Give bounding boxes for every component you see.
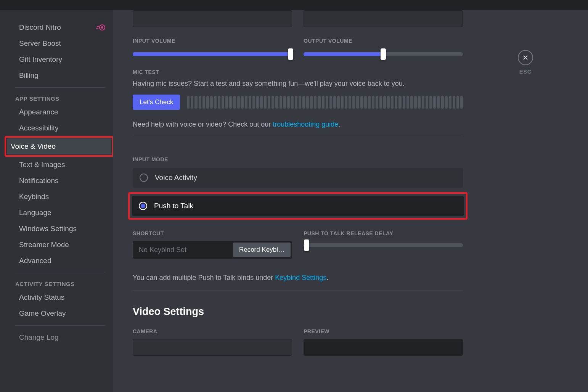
nitro-icon — [96, 24, 105, 31]
close-button[interactable] — [518, 50, 533, 65]
video-preview — [304, 339, 463, 356]
shortcut-label: SHORTCUT — [133, 230, 292, 236]
sidebar-item-language[interactable]: Language — [15, 205, 109, 221]
sidebar-item-label: Streamer Mode — [19, 241, 69, 249]
sidebar-item-label: Keybinds — [19, 193, 49, 201]
mic-meter — [187, 96, 463, 109]
sidebar-item-activity-status[interactable]: Activity Status — [15, 289, 109, 305]
output-device-select[interactable] — [304, 10, 463, 27]
sidebar-item-text-images[interactable]: Text & Images — [15, 157, 109, 173]
divider — [15, 87, 105, 88]
sidebar-header-app: APP SETTINGS — [15, 92, 109, 104]
sidebar-item-gift-inventory[interactable]: Gift Inventory — [15, 51, 109, 67]
sidebar-header-activity: ACTIVITY SETTINGS — [15, 277, 109, 289]
ptt-delay-label: PUSH TO TALK RELEASE DELAY — [304, 230, 463, 236]
input-mode-label: INPUT MODE — [133, 156, 463, 162]
sidebar-item-label: Billing — [19, 71, 39, 80]
sidebar-item-label: Language — [19, 209, 51, 217]
sidebar-item-accessibility[interactable]: Accessibility — [15, 120, 109, 136]
sidebar-item-windows-settings[interactable]: Windows Settings — [15, 221, 109, 237]
esc-label: ESC — [519, 68, 532, 75]
sidebar-item-server-boost[interactable]: Server Boost — [15, 35, 109, 51]
mic-test-button[interactable]: Let's Check — [133, 95, 180, 110]
preview-label: PREVIEW — [304, 328, 463, 334]
sidebar-item-label: Game Overlay — [19, 309, 66, 318]
sidebar-item-label: Notifications — [19, 177, 59, 185]
mic-test-label: MIC TEST — [133, 69, 463, 75]
sidebar-item-label: Appearance — [19, 108, 58, 116]
radio-icon — [140, 174, 148, 182]
keybind-hint: You can add multiple Push to Talk binds … — [133, 274, 463, 282]
sidebar-item-label: Windows Settings — [19, 225, 77, 233]
camera-label: CAMERA — [133, 328, 292, 334]
sidebar-item-label: Discord Nitro — [19, 23, 61, 32]
divider — [15, 273, 105, 273]
sidebar-item-label: Change Log — [19, 333, 59, 342]
record-keybind-button[interactable]: Record Keybi… — [233, 243, 291, 257]
radio-label: Voice Activity — [155, 174, 197, 182]
sidebar-item-appearance[interactable]: Appearance — [15, 104, 109, 120]
divider — [133, 137, 463, 137]
settings-sidebar: Discord Nitro Server Boost Gift Inventor… — [0, 10, 113, 392]
highlight-voice-video: Voice & Video — [5, 136, 113, 157]
keybind-placeholder: No Keybind Set — [134, 246, 233, 254]
sidebar-item-label: Activity Status — [19, 293, 64, 302]
settings-content: INPUT VOLUME OUTPUT VOLUME MIC TEST — [133, 10, 463, 392]
sidebar-item-nitro[interactable]: Discord Nitro — [15, 19, 109, 35]
close-icon — [522, 54, 529, 61]
divider — [15, 325, 105, 326]
sidebar-item-streamer-mode[interactable]: Streamer Mode — [15, 237, 109, 253]
svg-point-1 — [101, 26, 103, 29]
input-volume-label: INPUT VOLUME — [133, 38, 292, 44]
sidebar-item-label: Accessibility — [19, 124, 58, 132]
sidebar-item-label: Server Boost — [19, 39, 61, 48]
sidebar-item-changelog[interactable]: Change Log — [15, 329, 109, 345]
radio-voice-activity[interactable]: Voice Activity — [133, 168, 463, 188]
sidebar-item-label: Text & Images — [19, 161, 65, 169]
sidebar-item-billing[interactable]: Billing — [15, 67, 109, 84]
sidebar-item-game-overlay[interactable]: Game Overlay — [15, 305, 109, 321]
radio-icon — [139, 202, 147, 210]
camera-select[interactable] — [133, 339, 292, 356]
troubleshooting-link[interactable]: troubleshooting guide — [273, 120, 338, 128]
highlight-push-to-talk: Push to Talk — [128, 192, 468, 220]
keybind-input[interactable]: No Keybind Set Record Keybi… — [133, 241, 292, 259]
sidebar-item-notifications[interactable]: Notifications — [15, 173, 109, 189]
sidebar-item-label: Gift Inventory — [19, 55, 62, 64]
sidebar-item-voice-video[interactable]: Voice & Video — [7, 138, 111, 154]
input-volume-slider[interactable] — [133, 52, 292, 56]
output-volume-slider[interactable] — [304, 52, 463, 56]
output-volume-label: OUTPUT VOLUME — [304, 38, 463, 44]
sidebar-item-label: Advanced — [19, 257, 51, 265]
keybind-settings-link[interactable]: Keybind Settings — [275, 274, 326, 281]
radio-label: Push to Talk — [154, 202, 193, 210]
divider — [133, 290, 463, 291]
sidebar-item-keybinds[interactable]: Keybinds — [15, 189, 109, 205]
sidebar-item-label: Voice & Video — [11, 142, 56, 151]
help-text: Need help with voice or video? Check out… — [133, 120, 463, 129]
radio-push-to-talk[interactable]: Push to Talk — [132, 196, 464, 216]
video-settings-title: Video Settings — [133, 306, 463, 318]
ptt-delay-slider[interactable] — [304, 243, 463, 247]
mic-test-desc: Having mic issues? Start a test and say … — [133, 80, 463, 88]
titlebar — [0, 0, 588, 10]
sidebar-item-advanced[interactable]: Advanced — [15, 253, 109, 269]
input-device-select[interactable] — [133, 10, 292, 27]
